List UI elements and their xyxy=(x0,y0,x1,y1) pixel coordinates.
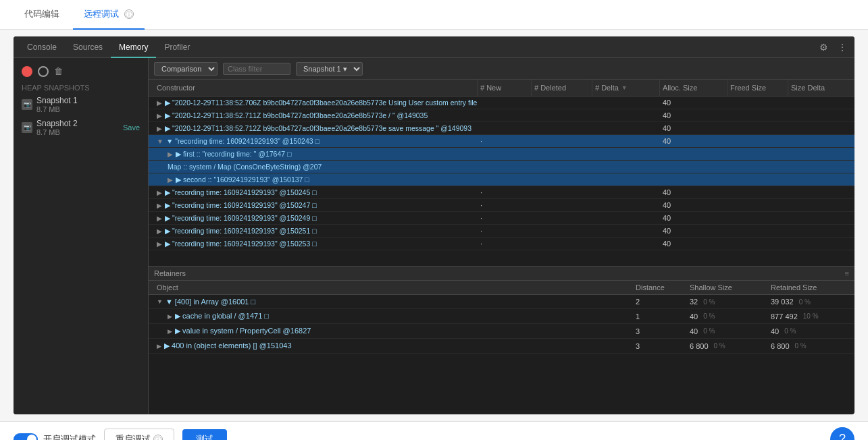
header-delta: # Delta ▼ xyxy=(592,80,660,96)
cell-freed xyxy=(727,199,788,211)
cell-delta xyxy=(592,135,660,147)
debug-mode-toggle: 开启调试模式 xyxy=(14,433,96,441)
cell-deleted xyxy=(532,161,592,173)
expand-icon[interactable]: ▶ xyxy=(168,176,173,184)
main-content: Comparison Snapshot 1 ▾ Constructor # Ne… xyxy=(149,58,854,414)
cell-size-delta xyxy=(788,148,849,160)
retainer-retained: 6 800 0 % xyxy=(768,339,849,353)
expand-icon[interactable]: ▶ xyxy=(157,215,162,222)
retainer-object: ▶ ▶ 400 in (object elements) [] @151043 xyxy=(154,339,633,353)
settings-icon[interactable]: ⚙ xyxy=(817,40,830,54)
retainers-table: Object Distance Shallow Size Retained Si… xyxy=(149,281,854,414)
tab-profiler[interactable]: Profiler xyxy=(156,36,198,58)
table-row[interactable]: ▶ ▶ "recording time: 1609241929193" @150… xyxy=(149,225,854,238)
cell-delta xyxy=(592,97,660,109)
retainer-row[interactable]: ▶ ▶ value in system / PropertyCell @1682… xyxy=(149,324,854,339)
sidebar: 🗑 HEAP SNAPSHOTS 📷 Snapshot 1 8.7 MB 📷 S… xyxy=(14,58,149,414)
stop-button[interactable] xyxy=(38,66,49,77)
cell-constructor: ▶ ▶ first :: "recording time: " @17647 □ xyxy=(165,148,478,160)
cell-constructor: ▶ ▶ "2020-12-29T11:38:52.711Z b9bc0b4727… xyxy=(154,109,478,121)
retainers-table-body: ▼ ▼ [400] in Array @16001 □ 2 32 0 % 39 … xyxy=(149,295,854,354)
cell-delta xyxy=(592,225,660,237)
cell-constructor: ▼ ▼ "recording time: 1609241929193" @150… xyxy=(154,135,478,147)
top-bar: 代码编辑 远程调试 ⓘ xyxy=(0,0,868,30)
table-row[interactable]: ▶ ▶ "recording time: 1609241929193" @150… xyxy=(149,238,854,250)
expand-triangle-icon[interactable]: ▶ xyxy=(168,328,172,335)
bottom-bar: 开启调试模式 重启调试 ⓘ 测试 ? xyxy=(0,421,868,440)
retainer-row[interactable]: ▶ ▶ 400 in (object elements) [] @151043 … xyxy=(149,339,854,354)
expand-icon[interactable]: ▶ xyxy=(157,189,162,196)
tab-sources[interactable]: Sources xyxy=(65,36,111,58)
restart-button[interactable]: 重启调试 ⓘ xyxy=(104,429,174,441)
cell-alloc: 40 xyxy=(660,199,727,211)
cell-deleted xyxy=(532,122,592,134)
table-row[interactable]: ▶ ▶ "2020-12-29T11:38:52.712Z b9bc0b4727… xyxy=(149,122,854,135)
more-icon[interactable]: ⋮ xyxy=(836,40,849,54)
cell-alloc: 40 xyxy=(660,212,727,224)
expand-icon[interactable]: ▶ xyxy=(157,227,162,235)
cell-deleted xyxy=(532,212,592,224)
test-button[interactable]: 测试 xyxy=(182,429,227,441)
retainer-object: ▼ ▼ [400] in Array @16001 □ xyxy=(154,295,633,308)
cell-deleted xyxy=(532,97,592,109)
retainers-scroll-icon: ≡ xyxy=(845,269,849,277)
class-filter-input[interactable] xyxy=(223,63,290,75)
cell-delta xyxy=(592,212,660,224)
cell-delta xyxy=(592,148,660,160)
tab-code-edit[interactable]: 代码编辑 xyxy=(14,0,70,30)
table-row[interactable]: ▶ ▶ "recording time: 1609241929193" @150… xyxy=(149,186,854,199)
expand-icon[interactable]: ▶ xyxy=(157,240,162,248)
table-row[interactable]: ▶ ▶ "recording time: 1609241929193" @150… xyxy=(149,199,854,212)
expand-triangle-icon[interactable]: ▶ xyxy=(168,313,172,320)
cell-new: · xyxy=(478,199,532,211)
retainer-object: ▶ ▶ value in system / PropertyCell @1682… xyxy=(165,324,633,338)
help-button[interactable]: ? xyxy=(830,427,854,441)
snapshot-1-size: 8.7 MB xyxy=(36,105,78,113)
expand-icon[interactable]: ▶ xyxy=(168,150,173,158)
cell-deleted xyxy=(532,109,592,121)
snapshot-dropdown[interactable]: Snapshot 1 ▾ xyxy=(296,62,363,76)
expand-icon[interactable]: ▼ xyxy=(157,138,163,145)
cell-freed xyxy=(727,148,788,160)
expand-icon[interactable]: ▶ xyxy=(157,125,162,132)
expand-icon[interactable]: ▶ xyxy=(157,99,162,107)
retained-pct: 0 % xyxy=(784,327,796,335)
cell-new xyxy=(478,173,532,186)
cell-freed xyxy=(727,225,788,237)
tab-remote-debug[interactable]: 远程调试 ⓘ xyxy=(73,0,145,30)
retainer-distance: 1 xyxy=(633,309,687,323)
retainer-row[interactable]: ▼ ▼ [400] in Array @16001 □ 2 32 0 % 39 … xyxy=(149,295,854,309)
tab-console[interactable]: Console xyxy=(19,36,65,58)
table-row[interactable]: ▼ ▼ "recording time: 1609241929193" @150… xyxy=(149,135,854,148)
snapshot-1-name: Snapshot 1 xyxy=(36,96,78,105)
cell-constructor: ▶ ▶ "recording time: 1609241929193" @150… xyxy=(154,199,478,211)
table-row[interactable]: ▶ ▶ "recording time: 1609241929193" @150… xyxy=(149,212,854,225)
tab-memory[interactable]: Memory xyxy=(111,36,156,58)
record-button[interactable] xyxy=(22,66,32,77)
expand-triangle-icon[interactable]: ▼ xyxy=(157,298,163,305)
expand-icon[interactable]: ▶ xyxy=(157,202,162,209)
cell-size-delta xyxy=(788,97,849,109)
table-row[interactable]: ▶ ▶ "2020-12-29T11:38:52.711Z b9bc0b4727… xyxy=(149,109,854,122)
cell-freed xyxy=(727,212,788,224)
expand-icon[interactable]: ▶ xyxy=(157,112,162,119)
table-row[interactable]: ▶ ▶ second :: "1609241929193" @150137 □ xyxy=(149,173,854,186)
table-row[interactable]: ▶ ▶ first :: "recording time: " @17647 □ xyxy=(149,148,854,161)
clear-button[interactable]: 🗑 xyxy=(54,66,65,77)
table-row[interactable]: ▶ ▶ "2020-12-29T11:38:52.706Z b9bc0b4727… xyxy=(149,97,854,109)
toggle-button[interactable] xyxy=(14,433,38,441)
table-row[interactable]: Map :: system / Map (ConsOneByteString) … xyxy=(149,161,854,173)
snapshot-2-icon: 📷 xyxy=(22,122,32,133)
snapshot-1-item[interactable]: 📷 Snapshot 1 8.7 MB xyxy=(14,93,148,116)
snapshot-2-item[interactable]: 📷 Snapshot 2 8.7 MB Save xyxy=(14,116,148,139)
header-alloc-size: Alloc. Size xyxy=(660,80,727,96)
retained-pct: 10 % xyxy=(803,312,819,320)
save-snapshot-button[interactable]: Save xyxy=(123,123,140,132)
cell-new xyxy=(478,97,532,109)
shallow-pct: 0 % xyxy=(703,327,715,335)
cell-deleted xyxy=(532,148,592,160)
expand-triangle-icon[interactable]: ▶ xyxy=(157,343,161,350)
retainer-row[interactable]: ▶ ▶ cache in global / @1471 □ 1 40 0 % 8… xyxy=(149,309,854,324)
cell-freed xyxy=(727,97,788,109)
comparison-dropdown[interactable]: Comparison xyxy=(154,62,218,76)
